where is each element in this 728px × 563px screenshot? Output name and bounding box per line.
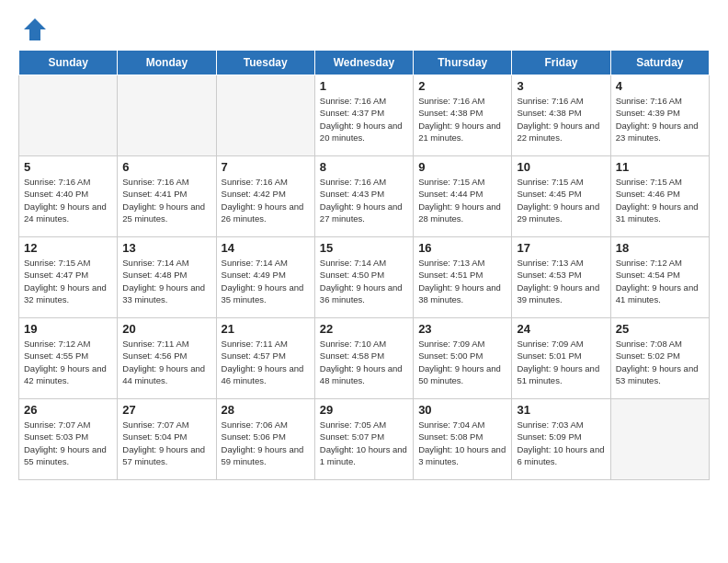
day-number: 11 xyxy=(616,160,704,174)
day-info: Sunrise: 7:15 AM Sunset: 4:47 PM Dayligh… xyxy=(24,257,112,305)
calendar-cell: 24Sunrise: 7:09 AM Sunset: 5:01 PM Dayli… xyxy=(512,318,610,399)
calendar-body: 1Sunrise: 7:16 AM Sunset: 4:37 PM Daylig… xyxy=(19,75,710,480)
day-info: Sunrise: 7:08 AM Sunset: 5:02 PM Dayligh… xyxy=(616,338,704,386)
calendar-cell: 18Sunrise: 7:12 AM Sunset: 4:54 PM Dayli… xyxy=(610,237,709,318)
day-number: 31 xyxy=(517,403,605,417)
day-info: Sunrise: 7:07 AM Sunset: 5:03 PM Dayligh… xyxy=(24,419,112,467)
day-number: 25 xyxy=(616,322,704,336)
svg-marker-0 xyxy=(24,18,46,40)
day-info: Sunrise: 7:10 AM Sunset: 4:58 PM Dayligh… xyxy=(320,338,408,386)
calendar-cell xyxy=(118,75,216,156)
calendar-cell: 4Sunrise: 7:16 AM Sunset: 4:39 PM Daylig… xyxy=(610,75,709,156)
calendar-cell: 11Sunrise: 7:15 AM Sunset: 4:46 PM Dayli… xyxy=(610,156,709,237)
day-number: 23 xyxy=(418,322,506,336)
day-number: 22 xyxy=(320,322,408,336)
day-number: 6 xyxy=(122,160,210,174)
week-row: 12Sunrise: 7:15 AM Sunset: 4:47 PM Dayli… xyxy=(19,237,710,318)
day-number: 19 xyxy=(24,322,112,336)
day-info: Sunrise: 7:15 AM Sunset: 4:46 PM Dayligh… xyxy=(616,176,704,224)
weekday-header: Friday xyxy=(512,51,610,75)
day-number: 24 xyxy=(517,322,605,336)
logo xyxy=(22,17,51,42)
day-info: Sunrise: 7:16 AM Sunset: 4:42 PM Dayligh… xyxy=(222,176,310,224)
calendar-cell: 30Sunrise: 7:04 AM Sunset: 5:08 PM Dayli… xyxy=(414,399,512,480)
calendar-cell: 5Sunrise: 7:16 AM Sunset: 4:40 PM Daylig… xyxy=(19,156,118,237)
calendar-cell xyxy=(216,75,314,156)
week-row: 5Sunrise: 7:16 AM Sunset: 4:40 PM Daylig… xyxy=(19,156,710,237)
day-number: 27 xyxy=(122,403,210,417)
day-number: 1 xyxy=(320,79,408,93)
day-number: 30 xyxy=(418,403,506,417)
day-number: 8 xyxy=(320,160,408,174)
calendar-cell: 6Sunrise: 7:16 AM Sunset: 4:41 PM Daylig… xyxy=(118,156,216,237)
day-number: 9 xyxy=(418,160,506,174)
weekday-header: Wednesday xyxy=(314,51,413,75)
calendar-cell: 28Sunrise: 7:06 AM Sunset: 5:06 PM Dayli… xyxy=(216,399,314,480)
day-info: Sunrise: 7:03 AM Sunset: 5:09 PM Dayligh… xyxy=(517,419,605,467)
weekday-row: SundayMondayTuesdayWednesdayThursdayFrid… xyxy=(19,51,710,75)
calendar-cell: 8Sunrise: 7:16 AM Sunset: 4:43 PM Daylig… xyxy=(314,156,413,237)
day-number: 20 xyxy=(122,322,210,336)
logo-icon xyxy=(22,17,48,42)
calendar-cell: 31Sunrise: 7:03 AM Sunset: 5:09 PM Dayli… xyxy=(512,399,610,480)
calendar-cell: 15Sunrise: 7:14 AM Sunset: 4:50 PM Dayli… xyxy=(314,237,413,318)
calendar-wrap: SundayMondayTuesdayWednesdayThursdayFrid… xyxy=(0,50,728,489)
calendar-cell: 25Sunrise: 7:08 AM Sunset: 5:02 PM Dayli… xyxy=(610,318,709,399)
day-info: Sunrise: 7:09 AM Sunset: 5:01 PM Dayligh… xyxy=(517,338,605,386)
calendar-cell: 23Sunrise: 7:09 AM Sunset: 5:00 PM Dayli… xyxy=(414,318,512,399)
calendar-cell xyxy=(19,75,118,156)
calendar-cell: 1Sunrise: 7:16 AM Sunset: 4:37 PM Daylig… xyxy=(314,75,413,156)
calendar-cell: 16Sunrise: 7:13 AM Sunset: 4:51 PM Dayli… xyxy=(414,237,512,318)
day-info: Sunrise: 7:13 AM Sunset: 4:51 PM Dayligh… xyxy=(418,257,506,305)
day-info: Sunrise: 7:16 AM Sunset: 4:40 PM Dayligh… xyxy=(24,176,112,224)
day-info: Sunrise: 7:15 AM Sunset: 4:44 PM Dayligh… xyxy=(418,176,506,224)
day-info: Sunrise: 7:11 AM Sunset: 4:56 PM Dayligh… xyxy=(122,338,210,386)
calendar-cell xyxy=(610,399,709,480)
weekday-header: Sunday xyxy=(19,51,118,75)
calendar-cell: 14Sunrise: 7:14 AM Sunset: 4:49 PM Dayli… xyxy=(216,237,314,318)
weekday-header: Tuesday xyxy=(216,51,314,75)
day-info: Sunrise: 7:13 AM Sunset: 4:53 PM Dayligh… xyxy=(517,257,605,305)
week-row: 1Sunrise: 7:16 AM Sunset: 4:37 PM Daylig… xyxy=(19,75,710,156)
day-info: Sunrise: 7:11 AM Sunset: 4:57 PM Dayligh… xyxy=(222,338,310,386)
day-number: 3 xyxy=(517,79,605,93)
header xyxy=(0,0,728,50)
calendar-cell: 9Sunrise: 7:15 AM Sunset: 4:44 PM Daylig… xyxy=(414,156,512,237)
week-row: 26Sunrise: 7:07 AM Sunset: 5:03 PM Dayli… xyxy=(19,399,710,480)
day-info: Sunrise: 7:16 AM Sunset: 4:41 PM Dayligh… xyxy=(122,176,210,224)
calendar-cell: 3Sunrise: 7:16 AM Sunset: 4:38 PM Daylig… xyxy=(512,75,610,156)
day-info: Sunrise: 7:16 AM Sunset: 4:43 PM Dayligh… xyxy=(320,176,408,224)
calendar-cell: 21Sunrise: 7:11 AM Sunset: 4:57 PM Dayli… xyxy=(216,318,314,399)
day-info: Sunrise: 7:12 AM Sunset: 4:55 PM Dayligh… xyxy=(24,338,112,386)
day-number: 15 xyxy=(320,241,408,255)
calendar-cell: 2Sunrise: 7:16 AM Sunset: 4:38 PM Daylig… xyxy=(414,75,512,156)
weekday-header: Saturday xyxy=(610,51,709,75)
day-number: 5 xyxy=(24,160,112,174)
day-number: 7 xyxy=(222,160,310,174)
calendar-cell: 26Sunrise: 7:07 AM Sunset: 5:03 PM Dayli… xyxy=(19,399,118,480)
day-info: Sunrise: 7:07 AM Sunset: 5:04 PM Dayligh… xyxy=(122,419,210,467)
day-number: 13 xyxy=(122,241,210,255)
day-info: Sunrise: 7:12 AM Sunset: 4:54 PM Dayligh… xyxy=(616,257,704,305)
day-number: 26 xyxy=(24,403,112,417)
calendar-cell: 19Sunrise: 7:12 AM Sunset: 4:55 PM Dayli… xyxy=(19,318,118,399)
day-info: Sunrise: 7:14 AM Sunset: 4:50 PM Dayligh… xyxy=(320,257,408,305)
day-number: 29 xyxy=(320,403,408,417)
calendar-cell: 22Sunrise: 7:10 AM Sunset: 4:58 PM Dayli… xyxy=(314,318,413,399)
day-info: Sunrise: 7:15 AM Sunset: 4:45 PM Dayligh… xyxy=(517,176,605,224)
day-number: 28 xyxy=(222,403,310,417)
calendar-cell: 12Sunrise: 7:15 AM Sunset: 4:47 PM Dayli… xyxy=(19,237,118,318)
week-row: 19Sunrise: 7:12 AM Sunset: 4:55 PM Dayli… xyxy=(19,318,710,399)
weekday-header: Monday xyxy=(118,51,216,75)
day-info: Sunrise: 7:14 AM Sunset: 4:49 PM Dayligh… xyxy=(222,257,310,305)
day-info: Sunrise: 7:04 AM Sunset: 5:08 PM Dayligh… xyxy=(418,419,506,467)
day-number: 12 xyxy=(24,241,112,255)
day-number: 10 xyxy=(517,160,605,174)
day-number: 18 xyxy=(616,241,704,255)
day-info: Sunrise: 7:09 AM Sunset: 5:00 PM Dayligh… xyxy=(418,338,506,386)
day-number: 2 xyxy=(418,79,506,93)
day-info: Sunrise: 7:16 AM Sunset: 4:37 PM Dayligh… xyxy=(320,95,408,144)
calendar-cell: 10Sunrise: 7:15 AM Sunset: 4:45 PM Dayli… xyxy=(512,156,610,237)
day-info: Sunrise: 7:05 AM Sunset: 5:07 PM Dayligh… xyxy=(320,419,408,467)
day-number: 4 xyxy=(616,79,704,93)
